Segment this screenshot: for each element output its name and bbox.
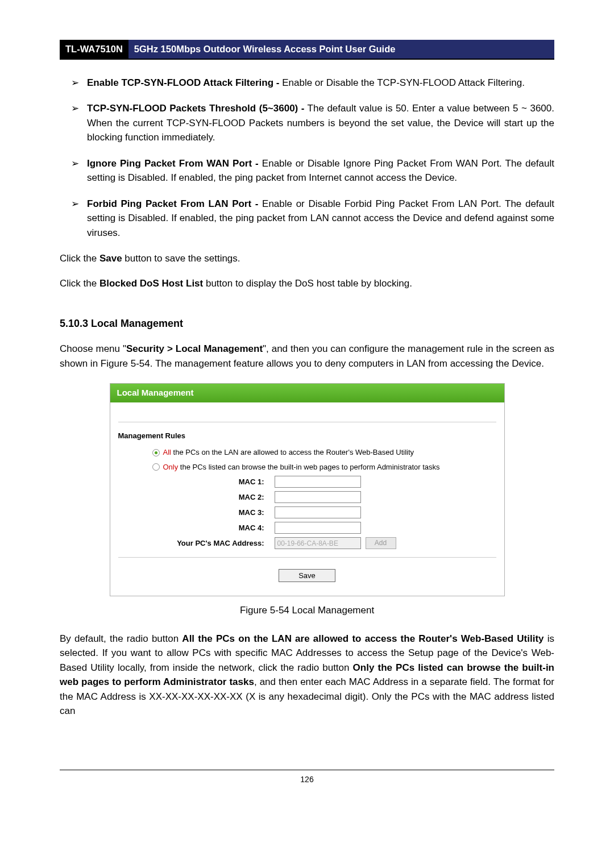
default-explanation-paragraph: By default, the radio button All the PCs… (60, 632, 554, 719)
doc-header: TL-WA7510N 5GHz 150Mbps Outdoor Wireless… (60, 40, 554, 60)
your-pc-mac-input (275, 537, 361, 549)
save-paragraph: Click the Save button to save the settin… (60, 251, 554, 266)
choose-menu-paragraph: Choose menu "Security > Local Management… (60, 342, 554, 371)
list-item: ➢ Forbid Ping Packet From LAN Port - Ena… (71, 197, 554, 240)
mac4-label: MAC 4: (118, 522, 275, 534)
mac1-row: MAC 1: (118, 476, 496, 488)
mac4-row: MAC 4: (118, 522, 496, 534)
bullet-text: Ignore Ping Packet From WAN Port - Enabl… (87, 156, 554, 185)
radio-label: Only the PCs listed can browse the built… (163, 462, 440, 473)
bullet-text: Forbid Ping Packet From LAN Port - Enabl… (87, 197, 554, 240)
radio-only-listed[interactable]: Only the PCs listed can browse the built… (152, 462, 496, 473)
your-pc-mac-label: Your PC's MAC Address: (118, 538, 275, 549)
bullet-icon: ➢ (71, 156, 79, 185)
list-item: ➢ TCP-SYN-FLOOD Packets Threshold (5~360… (71, 101, 554, 145)
bullet-icon: ➢ (71, 101, 79, 145)
blocked-paragraph: Click the Blocked DoS Host List button t… (60, 276, 554, 291)
mac2-input[interactable] (275, 491, 361, 503)
save-row: Save (118, 566, 496, 589)
mac4-input[interactable] (275, 522, 361, 534)
save-button[interactable]: Save (279, 569, 335, 582)
list-item: ➢ Enable TCP-SYN-FLOOD Attack Filtering … (71, 76, 554, 90)
radio-selected-icon (152, 449, 160, 456)
feature-list: ➢ Enable TCP-SYN-FLOOD Attack Filtering … (71, 76, 554, 240)
bullet-icon: ➢ (71, 197, 79, 240)
bullet-icon: ➢ (71, 76, 79, 90)
divider (118, 557, 496, 558)
mac2-label: MAC 2: (118, 492, 275, 503)
bullet-text: TCP-SYN-FLOOD Packets Threshold (5~3600)… (87, 101, 554, 145)
divider (118, 422, 496, 422)
bullet-text: Enable TCP-SYN-FLOOD Attack Filtering - … (87, 76, 554, 90)
mac3-input[interactable] (275, 506, 361, 518)
mac3-row: MAC 3: (118, 506, 496, 518)
mac2-row: MAC 2: (118, 491, 496, 503)
your-pc-mac-row: Your PC's MAC Address: Add (118, 537, 496, 549)
figure-body: Management Rules All the PCs on the LAN … (110, 402, 504, 596)
radio-unselected-icon (152, 463, 160, 471)
page-footer: 126 (60, 770, 554, 786)
local-management-figure: Local Management Management Rules All th… (110, 383, 505, 596)
mac1-label: MAC 1: (118, 476, 275, 488)
figure-caption: Figure 5-54 Local Management (60, 603, 554, 618)
figure-title: Local Management (110, 384, 504, 402)
mac3-label: MAC 3: (118, 507, 275, 518)
doc-title: 5GHz 150Mbps Outdoor Wireless Access Poi… (128, 40, 554, 59)
mac1-input[interactable] (275, 476, 361, 488)
radio-label: All the PCs on the LAN are allowed to ac… (163, 447, 414, 458)
add-button[interactable]: Add (366, 537, 396, 549)
radio-all-pcs[interactable]: All the PCs on the LAN are allowed to ac… (152, 447, 496, 458)
doc-model: TL-WA7510N (60, 40, 128, 59)
page-number: 126 (300, 775, 313, 784)
management-rules-heading: Management Rules (118, 430, 496, 442)
section-heading: 5.10.3 Local Management (60, 316, 554, 331)
list-item: ➢ Ignore Ping Packet From WAN Port - Ena… (71, 156, 554, 185)
